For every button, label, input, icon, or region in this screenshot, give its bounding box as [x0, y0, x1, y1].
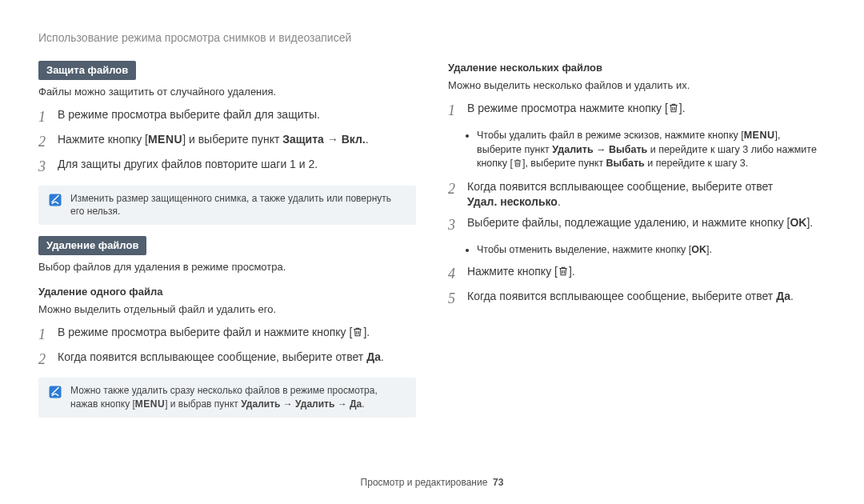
trash-icon [558, 266, 569, 282]
delete-one-head: Удаление одного файла [38, 285, 416, 299]
text: Нажмите кнопку [ [58, 133, 148, 146]
text: Когда появится всплывающее сообщение, вы… [58, 350, 366, 363]
trash-icon [513, 158, 522, 173]
delete-multi-step3: Выберите файлы, подлежащие удалению, и н… [467, 215, 826, 235]
badge-delete: Удаление файлов [38, 236, 146, 255]
text: . [366, 133, 369, 146]
note-protect: Изменить размер защищенного снимка, а та… [38, 186, 416, 226]
ok-label: OK [691, 244, 706, 255]
text: . [362, 398, 364, 410]
text: ]. [679, 102, 686, 114]
note-delete: Можно также удалить сразу несколько файл… [38, 378, 416, 418]
page-number: 73 [493, 477, 503, 488]
text: ] и выберите пункт [182, 133, 282, 146]
note-icon [48, 385, 62, 403]
menu-label: MENU [148, 133, 182, 146]
text: Чтобы удалить файл в режиме эскизов, наж… [477, 130, 744, 141]
page-footer: Просмотр и редактирование 73 [38, 470, 826, 504]
note-text: Можно также удалить сразу несколько файл… [70, 384, 406, 411]
delete-multi-step1: В режиме просмотра нажмите кнопку []. [467, 101, 826, 121]
delete-one-step2: Когда появится всплывающее сообщение, вы… [58, 350, 416, 370]
step-number: 2 [448, 179, 459, 210]
delete-one-intro: Можно выделить отдельный файл и удалить … [38, 302, 416, 317]
note-icon [48, 193, 62, 211]
protect-step2: Нажмите кнопку [MENU] и выберите пункт З… [58, 132, 416, 152]
list-item: Чтобы отменить выделение, нажмите кнопку… [477, 243, 826, 258]
text: ] и выбрав пункт [165, 398, 241, 410]
protect-steps: 1 В режиме просмотра выберите файл для з… [38, 107, 416, 178]
delete-multi-step2: Когда появится всплывающее сообщение, вы… [467, 179, 826, 210]
step-number: 1 [38, 107, 50, 127]
note-text: Изменить размер защищенного снимка, а та… [70, 192, 406, 219]
bold-text: Удалить → Удалить → Да [241, 398, 362, 410]
text: . [558, 195, 561, 208]
text: Когда появится всплывающее сообщение, вы… [467, 290, 776, 302]
delete-multi-head: Удаление нескольких файлов [448, 61, 826, 75]
menu-label: MENU [744, 130, 775, 141]
step-number: 4 [448, 264, 459, 284]
trash-icon [668, 102, 679, 118]
footer-label: Просмотр и редактирование [361, 477, 488, 488]
menu-label: MENU [135, 398, 165, 410]
protect-step1: В режиме просмотра выберите файл для защ… [58, 107, 416, 127]
bold-text: Удал. несколько [467, 195, 558, 208]
text: ]. [806, 216, 813, 229]
delete-multi-sub1: Чтобы удалить файл в режиме эскизов, наж… [448, 129, 826, 173]
text: Чтобы отменить выделение, нажмите кнопку… [477, 244, 691, 255]
step-number: 1 [448, 101, 459, 121]
delete-multi-steps: 1 В режиме просмотра нажмите кнопку []. [448, 101, 826, 121]
step-number: 2 [38, 350, 50, 370]
text: и перейдите к шагу 3. [645, 158, 748, 169]
delete-multi-intro: Можно выделить несколько файлов и удалит… [448, 78, 826, 93]
right-column: Удаление нескольких файлов Можно выделит… [448, 61, 826, 470]
protect-intro: Файлы можно защитить от случайного удале… [38, 85, 416, 99]
step-number: 3 [448, 215, 459, 235]
step-number: 1 [38, 325, 50, 345]
delete-multi-steps-4: 4 Нажмите кнопку []. 5 Когда появится вс… [448, 264, 826, 309]
delete-multi-sub3: Чтобы отменить выделение, нажмите кнопку… [448, 243, 826, 258]
bold-text: Да [366, 350, 381, 363]
text: . [381, 350, 384, 363]
delete-multi-step4: Нажмите кнопку []. [467, 264, 826, 284]
breadcrumb: Использование режима просмотра снимков и… [38, 30, 826, 46]
delete-intro: Выбор файлов для удаления в режиме просм… [38, 260, 416, 274]
bold-text: Выбать [606, 158, 645, 169]
left-column: Защита файлов Файлы можно защитить от сл… [38, 61, 416, 470]
text: В режиме просмотра выберите файл и нажми… [58, 326, 352, 338]
ok-label: OK [790, 216, 806, 229]
delete-multi-steps-2: 2 Когда появится всплывающее сообщение, … [448, 179, 826, 235]
bold-text: Защита → Вкл. [282, 133, 365, 146]
bold-text: Да [776, 290, 790, 302]
delete-multi-step5: Когда появится всплывающее сообщение, вы… [467, 289, 826, 309]
bold-text: Удалить → Выбать [552, 144, 647, 155]
text: . [790, 290, 794, 302]
list-item: Чтобы удалить файл в режиме эскизов, наж… [477, 129, 826, 173]
trash-icon [352, 326, 363, 342]
text: ], выберите пункт [522, 158, 606, 169]
text: ]. [706, 244, 712, 255]
badge-protect: Защита файлов [38, 61, 136, 80]
text: Нажмите кнопку [ [467, 265, 558, 278]
delete-one-steps: 1 В режиме просмотра выберите файл и наж… [38, 325, 416, 370]
step-number: 5 [448, 289, 459, 309]
step-number: 2 [38, 132, 50, 152]
delete-one-step1: В режиме просмотра выберите файл и нажми… [58, 325, 416, 345]
step-number: 3 [38, 157, 50, 177]
text: Выберите файлы, подлежащие удалению, и н… [467, 216, 790, 229]
text: ]. [569, 265, 575, 278]
text: ]. [363, 326, 370, 338]
text: В режиме просмотра нажмите кнопку [ [467, 102, 668, 114]
protect-step3: Для защиты других файлов повторите шаги … [58, 157, 416, 177]
text: Когда появится всплывающее сообщение, вы… [467, 180, 773, 193]
